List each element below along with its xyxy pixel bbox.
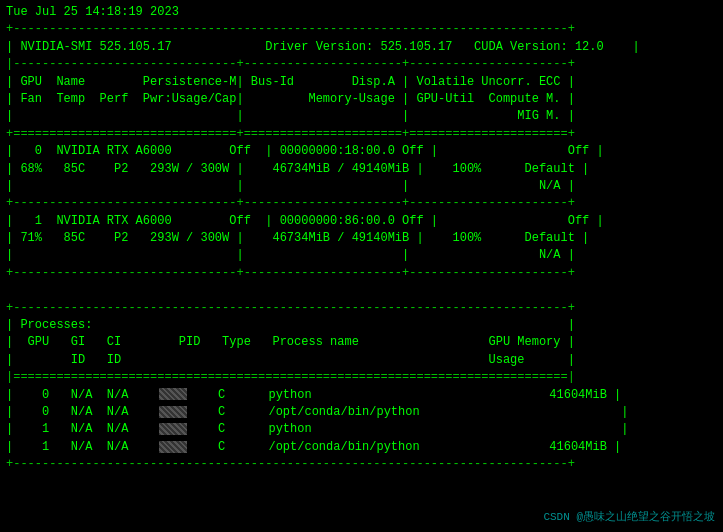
gpu0-row3: | | | N/A | (6, 178, 717, 195)
process-col-header2: | ID ID Usage | (6, 352, 717, 369)
col-header-2: | Fan Temp Perf Pwr:Usage/Cap| Memory-Us… (6, 91, 717, 108)
gpu1-separator: +-------------------------------+-------… (6, 265, 717, 282)
timestamp-line: Tue Jul 25 14:18:19 2023 (6, 4, 717, 21)
process-row-0b: | 0 N/A N/A C /opt/conda/bin/python | (6, 404, 717, 421)
pid-block-1a (159, 423, 187, 435)
gpu0-row2: | 68% 85C P2 293W / 300W | 46734MiB / 49… (6, 161, 717, 178)
top-separator: +---------------------------------------… (6, 21, 717, 38)
col-separator: +===============================+=======… (6, 126, 717, 143)
process-row-1a: | 1 N/A N/A C python | (6, 421, 717, 438)
process-row-0a: | 0 N/A N/A C python 41604MiB | (6, 387, 717, 404)
terminal-window: Tue Jul 25 14:18:19 2023 +--------------… (0, 0, 723, 532)
process-row-1b: | 1 N/A N/A C /opt/conda/bin/python 4160… (6, 439, 717, 456)
pid-block-1b (159, 441, 187, 453)
gpu1-row3: | | | N/A | (6, 247, 717, 264)
blank-line (6, 282, 717, 299)
process-bottom-separator: +---------------------------------------… (6, 456, 717, 473)
process-col-header1: | GPU GI CI PID Type Process name GPU Me… (6, 334, 717, 351)
watermark: CSDN @愚味之山绝望之谷开悟之坡 (543, 509, 715, 524)
process-top-separator: +---------------------------------------… (6, 300, 717, 317)
gpu1-row1: | 1 NVIDIA RTX A6000 Off | 00000000:86:0… (6, 213, 717, 230)
gpu0-row1: | 0 NVIDIA RTX A6000 Off | 00000000:18:0… (6, 143, 717, 160)
col-header-1: | GPU Name Persistence-M| Bus-Id Disp.A … (6, 74, 717, 91)
header-separator: |-------------------------------+-------… (6, 56, 717, 73)
gpu1-row2: | 71% 85C P2 293W / 300W | 46734MiB / 49… (6, 230, 717, 247)
pid-block-0a (159, 388, 187, 400)
gpu0-separator: +-------------------------------+-------… (6, 195, 717, 212)
col-header-3: | | | MIG M. | (6, 108, 717, 125)
process-eq-separator: |=======================================… (6, 369, 717, 386)
pid-block-0b (159, 406, 187, 418)
nvidia-smi-header: | NVIDIA-SMI 525.105.17 Driver Version: … (6, 39, 717, 56)
processes-header: | Processes: | (6, 317, 717, 334)
